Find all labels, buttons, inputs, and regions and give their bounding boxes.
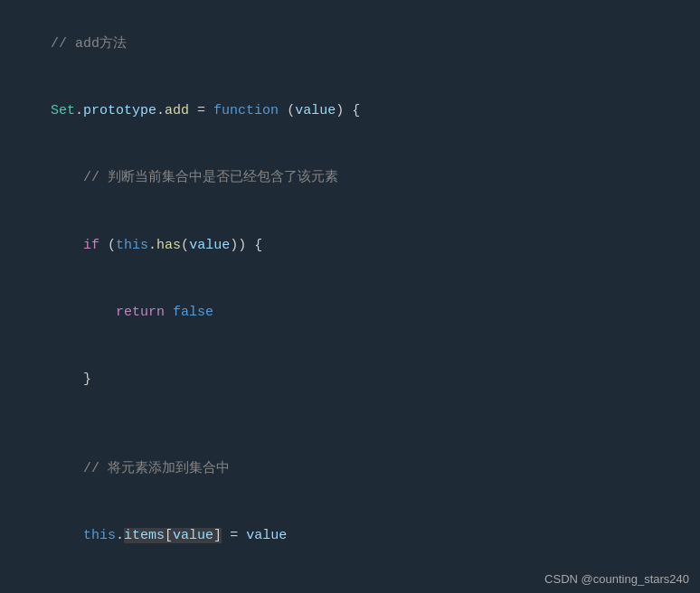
has-method: has — [156, 238, 181, 253]
code-line: return false — [18, 279, 682, 346]
code-line: // add方法 — [18, 11, 682, 78]
code-line: } — [18, 346, 682, 413]
code-line: Set.prototype.add = function (value) { — [18, 78, 682, 145]
comment-text: // 将元素添加到集合中 — [83, 461, 230, 476]
param-value: value — [295, 103, 336, 118]
code-line: this.items[value] = value — [18, 504, 682, 570]
code-line: if (this.has(value)) { — [18, 212, 682, 279]
comment-text: // add方法 — [51, 36, 127, 52]
prototype-prop: prototype — [83, 103, 156, 118]
code-editor: // add方法 Set.prototype.add = function (v… — [0, 0, 700, 593]
items-property: items — [124, 528, 165, 543]
set-keyword: Set — [51, 103, 75, 118]
code-line: // 判断当前集合中是否已经包含了该元素 — [18, 146, 682, 212]
param-value2: value — [246, 528, 287, 543]
this-keyword: this — [83, 528, 116, 543]
code-line — [18, 414, 682, 437]
add-method: add — [165, 103, 189, 118]
false-keyword: false — [173, 305, 213, 320]
return-keyword: return — [116, 305, 165, 320]
watermark-text: CSDN @counting_stars240 — [544, 572, 689, 586]
this-keyword: this — [116, 238, 148, 253]
param-value: value — [173, 528, 213, 543]
comment-text: // 判断当前集合中是否已经包含了该元素 — [83, 170, 338, 185]
if-keyword: if — [83, 238, 99, 253]
param-value: value — [189, 238, 230, 253]
function-keyword: function — [213, 103, 279, 118]
code-line: // 将元素添加到集合中 — [18, 436, 682, 503]
